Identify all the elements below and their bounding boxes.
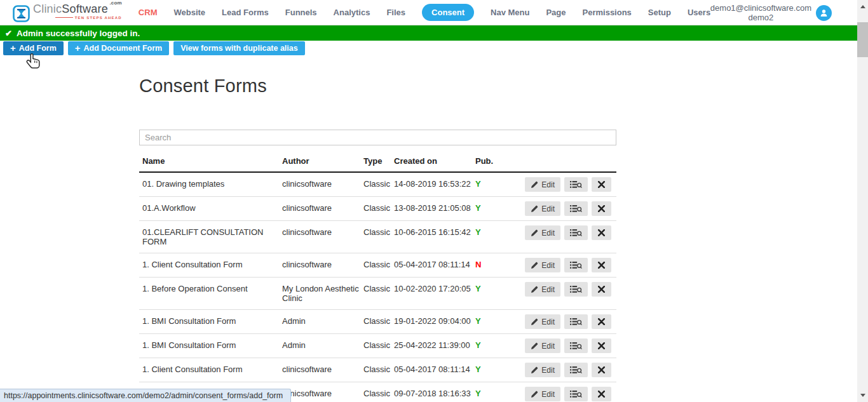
- pencil-icon: [531, 318, 538, 326]
- consent-forms-table: NameAuthorTypeCreated onPub. 01. Drawing…: [139, 152, 616, 402]
- entries-search-button[interactable]: [564, 363, 588, 377]
- column-header-name: Name: [139, 152, 282, 172]
- mouse-cursor-icon: [25, 53, 42, 72]
- table-header-row: NameAuthorTypeCreated onPub.: [139, 152, 616, 172]
- page-title: Consent Forms: [139, 76, 267, 97]
- nav-item-lead-forms[interactable]: Lead Forms: [222, 8, 269, 17]
- cell-created-on: 05-04-2017 08:11:14: [394, 253, 475, 278]
- browser-viewport: ClinicSoftware.com TEN STEPS AHEAD CRMWe…: [0, 0, 868, 402]
- delete-button[interactable]: [592, 363, 611, 377]
- nav-item-funnels[interactable]: Funnels: [285, 8, 317, 17]
- nav-item-users[interactable]: Users: [688, 8, 710, 17]
- button-label: View forms with duplicate alias: [180, 44, 298, 53]
- pencil-icon: [531, 205, 538, 213]
- cell-name: 1. Client Consultation Form: [139, 358, 282, 382]
- entries-search-button[interactable]: [564, 314, 588, 329]
- nav-item-permissions[interactable]: Permissions: [583, 8, 632, 17]
- plus-icon: +: [10, 43, 16, 53]
- edit-label: Edit: [541, 285, 555, 294]
- entries-search-button[interactable]: [564, 338, 588, 353]
- cell-pub: Y: [475, 221, 518, 253]
- brand-part1: Clinic: [33, 3, 62, 15]
- pencil-icon: [531, 262, 538, 269]
- cell-type: Classic: [363, 382, 394, 402]
- cell-pub: Y: [475, 310, 518, 334]
- cell-author: My London Aesthetic Clinic: [282, 278, 363, 310]
- button-label: Add Form: [19, 44, 57, 53]
- edit-label: Edit: [541, 229, 555, 238]
- search-input[interactable]: [139, 130, 616, 145]
- nav-item-files[interactable]: Files: [386, 8, 405, 17]
- edit-button[interactable]: Edit: [525, 387, 560, 401]
- entries-search-button[interactable]: [564, 201, 588, 216]
- delete-button[interactable]: [592, 338, 611, 353]
- cell-pub: Y: [475, 197, 518, 221]
- delete-button[interactable]: [592, 258, 611, 272]
- scroll-up-arrow[interactable]: [857, 1, 868, 12]
- delete-button[interactable]: [592, 314, 611, 329]
- pub-flag: Y: [475, 340, 481, 350]
- nav-item-consent[interactable]: Consent: [422, 4, 474, 21]
- edit-label: Edit: [541, 204, 555, 213]
- nav-item-page[interactable]: Page: [546, 8, 566, 17]
- column-header-type: Type: [363, 152, 394, 172]
- cell-author: clinicsoftware: [282, 197, 363, 221]
- user-account: demo2: [710, 13, 811, 22]
- cell-type: Classic: [363, 221, 394, 253]
- edit-button[interactable]: Edit: [525, 338, 560, 353]
- pub-flag: Y: [475, 179, 481, 189]
- entries-search-button[interactable]: [564, 225, 588, 240]
- cell-author: clinicsoftware: [282, 172, 363, 197]
- view-forms-with-duplicate-alias-button[interactable]: View forms with duplicate alias: [173, 41, 305, 55]
- nav-item-crm[interactable]: CRM: [139, 8, 158, 17]
- delete-button[interactable]: [592, 225, 611, 240]
- x-icon: [598, 205, 605, 212]
- add-form-button[interactable]: +Add Form: [3, 41, 64, 55]
- cell-created-on: 09-07-2018 18:16:33: [394, 382, 475, 402]
- edit-button[interactable]: Edit: [525, 314, 560, 329]
- cell-name: 01. Drawing templates: [139, 172, 282, 197]
- cell-actions: Edit: [518, 358, 616, 382]
- entries-search-button[interactable]: [564, 177, 588, 192]
- table-row: 1. Before Operation ConsentMy London Aes…: [139, 278, 616, 310]
- nav-item-nav-menu[interactable]: Nav Menu: [491, 8, 529, 17]
- entries-search-button[interactable]: [564, 258, 588, 272]
- scrollbar-thumb[interactable]: [857, 22, 868, 57]
- nav-item-analytics[interactable]: Analytics: [334, 8, 370, 17]
- cell-pub: Y: [475, 334, 518, 358]
- pencil-icon: [531, 181, 538, 189]
- edit-button[interactable]: Edit: [525, 177, 560, 192]
- scroll-down-arrow[interactable]: [857, 390, 868, 401]
- cell-type: Classic: [363, 334, 394, 358]
- entries-search-button[interactable]: [564, 387, 588, 401]
- cell-created-on: 05-04-2017 08:11:14: [394, 358, 475, 382]
- delete-button[interactable]: [592, 201, 611, 216]
- edit-label: Edit: [541, 180, 555, 189]
- entries-search-button[interactable]: [564, 282, 588, 297]
- brand-text: ClinicSoftware.com TEN STEPS AHEAD: [33, 3, 122, 20]
- vertical-scrollbar: [857, 0, 868, 402]
- add-document-form-button[interactable]: +Add Document Form: [68, 41, 169, 55]
- edit-button[interactable]: Edit: [525, 201, 560, 216]
- nav-item-setup[interactable]: Setup: [648, 8, 671, 17]
- edit-button[interactable]: Edit: [525, 225, 560, 240]
- cell-actions: Edit: [518, 278, 616, 310]
- edit-button[interactable]: Edit: [525, 258, 560, 272]
- edit-button[interactable]: Edit: [525, 282, 560, 297]
- brand-tld: .com: [109, 1, 121, 6]
- delete-button[interactable]: [592, 387, 611, 401]
- delete-button[interactable]: [592, 282, 611, 297]
- cell-pub: N: [475, 253, 518, 278]
- app-logo[interactable]: ClinicSoftware.com TEN STEPS AHEAD: [13, 3, 122, 22]
- pencil-icon: [531, 391, 538, 398]
- edit-button[interactable]: Edit: [525, 363, 560, 377]
- brand-tagline: TEN STEPS AHEAD: [33, 16, 122, 20]
- cell-actions: Edit: [518, 172, 616, 197]
- cell-type: Classic: [363, 197, 394, 221]
- user-avatar[interactable]: [816, 5, 832, 21]
- cell-author: clinicsoftware: [282, 382, 363, 402]
- delete-button[interactable]: [592, 177, 611, 192]
- cell-author: Admin: [282, 334, 363, 358]
- nav-item-website[interactable]: Website: [173, 8, 205, 17]
- success-banner: ✔ Admin successfully logged in.: [0, 25, 857, 41]
